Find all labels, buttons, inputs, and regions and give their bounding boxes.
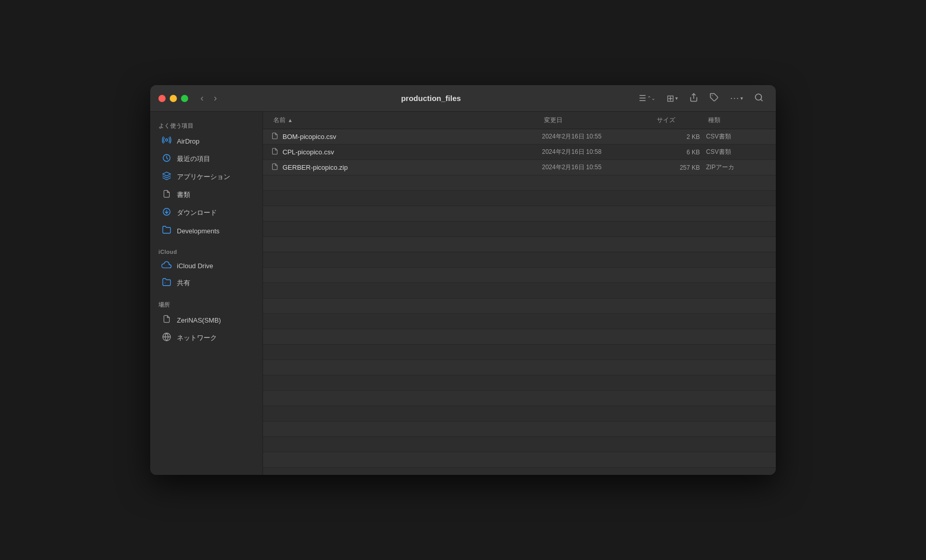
share-button[interactable] xyxy=(685,90,702,107)
empty-row xyxy=(263,314,776,329)
empty-row xyxy=(263,391,776,406)
empty-row xyxy=(263,175,776,191)
empty-row xyxy=(263,375,776,391)
svg-point-4 xyxy=(166,139,168,142)
developments-icon xyxy=(162,225,172,236)
sidebar-item-network[interactable]: ネットワーク xyxy=(153,329,259,347)
svg-line-3 xyxy=(760,99,762,101)
empty-row xyxy=(263,452,776,468)
file-size: 6 KB xyxy=(655,149,706,156)
downloads-label: ダウンロード xyxy=(177,208,217,217)
tag-button[interactable] xyxy=(706,90,723,107)
empty-row xyxy=(263,191,776,206)
icloud-drive-icon xyxy=(162,261,172,271)
developments-label: Developments xyxy=(177,227,219,235)
file-icon xyxy=(271,163,278,172)
file-name: GERBER-picopico.zip xyxy=(271,163,542,172)
recents-label: 最近の項目 xyxy=(177,154,210,164)
applications-label: アプリケーション xyxy=(177,172,230,182)
sidebar: よく使う項目 AirDrop xyxy=(150,112,263,475)
airdrop-label: AirDrop xyxy=(177,137,199,145)
airdrop-icon xyxy=(162,135,172,147)
empty-row xyxy=(263,422,776,437)
sidebar-item-documents[interactable]: 書類 xyxy=(153,186,259,204)
maximize-button[interactable] xyxy=(181,95,188,102)
table-row[interactable]: CPL-picopico.csv 2024年2月16日 10:58 6 KB C… xyxy=(263,145,776,160)
sidebar-item-recents[interactable]: 最近の項目 xyxy=(153,150,259,168)
empty-row xyxy=(263,406,776,422)
documents-icon xyxy=(162,189,172,201)
file-icon xyxy=(271,147,278,157)
share-icon xyxy=(689,93,698,104)
close-button[interactable] xyxy=(158,95,166,102)
column-headers: 名前 ▲ 変更日 サイズ 種類 xyxy=(263,112,776,129)
file-name: CPL-picopico.csv xyxy=(271,147,542,157)
network-icon xyxy=(162,332,172,344)
empty-row xyxy=(263,345,776,360)
sidebar-item-icloud-drive[interactable]: iCloud Drive xyxy=(153,257,259,274)
sidebar-item-developments[interactable]: Developments xyxy=(153,222,259,239)
forward-button[interactable]: › xyxy=(210,91,221,106)
sort-arrow-icon: ▲ xyxy=(288,117,293,123)
locations-section-label: 場所 xyxy=(150,297,263,311)
file-name-text: BOM-picopico.csv xyxy=(283,133,336,141)
toolbar-actions: ☰ ⌃⌄ ⊞ ▾ xyxy=(635,90,768,107)
network-label: ネットワーク xyxy=(177,333,217,343)
file-modified: 2024年2月16日 10:58 xyxy=(542,148,655,156)
file-kind: CSV書類 xyxy=(706,132,768,141)
empty-row xyxy=(263,283,776,298)
file-icon xyxy=(271,132,278,142)
file-size: 257 KB xyxy=(655,164,706,171)
name-column-header[interactable]: 名前 ▲ xyxy=(271,112,542,129)
back-button[interactable]: ‹ xyxy=(196,91,208,106)
list-view-icon: ☰ xyxy=(639,93,646,103)
nav-buttons: ‹ › xyxy=(196,91,221,106)
icloud-section-label: iCloud xyxy=(150,245,263,257)
list-view-button[interactable]: ☰ ⌃⌄ xyxy=(635,91,659,106)
sort-chevron-icon: ⌃⌄ xyxy=(647,95,655,101)
search-button[interactable] xyxy=(750,90,768,107)
tag-icon xyxy=(710,93,719,104)
empty-row xyxy=(263,222,776,237)
zerinas-label: ZeriNAS(SMB) xyxy=(177,316,221,324)
empty-row xyxy=(263,298,776,314)
empty-row xyxy=(263,329,776,345)
file-size: 2 KB xyxy=(655,133,706,141)
file-list: BOM-picopico.csv 2024年2月16日 10:55 2 KB C… xyxy=(263,129,776,475)
sidebar-item-applications[interactable]: アプリケーション xyxy=(153,168,259,186)
documents-label: 書類 xyxy=(177,190,190,199)
table-row[interactable]: BOM-picopico.csv 2024年2月16日 10:55 2 KB C… xyxy=(263,129,776,145)
downloads-icon xyxy=(162,207,172,218)
zerinas-icon xyxy=(162,314,172,326)
size-column-header[interactable]: サイズ xyxy=(655,112,706,129)
empty-row xyxy=(263,360,776,375)
sidebar-item-zerinas[interactable]: ZeriNAS(SMB) xyxy=(153,311,259,329)
file-modified: 2024年2月16日 10:55 xyxy=(542,163,655,172)
table-row[interactable]: GERBER-picopico.zip 2024年2月16日 10:55 257… xyxy=(263,160,776,175)
main-area: よく使う項目 AirDrop xyxy=(150,112,776,475)
sidebar-item-shared[interactable]: 共有 xyxy=(153,274,259,292)
file-name: BOM-picopico.csv xyxy=(271,132,542,142)
minimize-button[interactable] xyxy=(170,95,177,102)
window-title: production_files xyxy=(227,94,635,103)
modified-column-header[interactable]: 変更日 xyxy=(542,112,655,129)
empty-row xyxy=(263,206,776,222)
grid-chevron-icon: ▾ xyxy=(675,95,678,101)
grid-view-button[interactable]: ⊞ ▾ xyxy=(662,90,682,107)
titlebar: ‹ › production_files ☰ ⌃⌄ ⊞ ▾ xyxy=(150,85,776,112)
file-modified: 2024年2月16日 10:55 xyxy=(542,132,655,141)
icloud-drive-label: iCloud Drive xyxy=(177,262,213,270)
file-content: 名前 ▲ 変更日 サイズ 種類 BOM-picopico.csv xyxy=(263,112,776,475)
applications-icon xyxy=(162,171,172,183)
kind-column-header[interactable]: 種類 xyxy=(706,112,768,129)
file-kind: CSV書類 xyxy=(706,148,768,156)
more-icon: ··· xyxy=(730,93,739,104)
finder-window: ‹ › production_files ☰ ⌃⌄ ⊞ ▾ xyxy=(150,85,776,475)
empty-row xyxy=(263,437,776,452)
file-name-text: CPL-picopico.csv xyxy=(283,148,334,156)
shared-icon xyxy=(162,277,172,289)
empty-row xyxy=(263,468,776,475)
sidebar-item-downloads[interactable]: ダウンロード xyxy=(153,204,259,222)
sidebar-item-airdrop[interactable]: AirDrop xyxy=(153,132,259,150)
more-button[interactable]: ··· ▾ xyxy=(726,90,747,106)
